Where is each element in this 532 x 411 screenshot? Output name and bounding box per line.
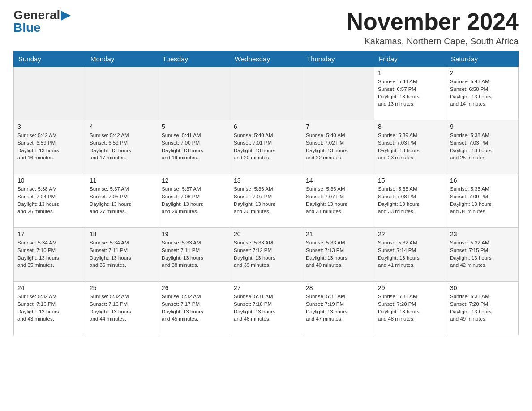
- header-thursday: Thursday: [302, 51, 374, 67]
- calendar-week-row: 10Sunrise: 5:38 AM Sunset: 7:04 PM Dayli…: [14, 174, 519, 228]
- day-info: Sunrise: 5:36 AM Sunset: 7:07 PM Dayligh…: [234, 185, 298, 215]
- calendar-cell: 6Sunrise: 5:40 AM Sunset: 7:01 PM Daylig…: [230, 120, 302, 174]
- day-number: 24: [17, 284, 82, 291]
- day-number: 3: [17, 123, 82, 130]
- day-number: 19: [162, 231, 226, 238]
- day-info: Sunrise: 5:35 AM Sunset: 7:08 PM Dayligh…: [378, 185, 442, 215]
- day-info: Sunrise: 5:32 AM Sunset: 7:17 PM Dayligh…: [162, 293, 226, 323]
- calendar-cell: 9Sunrise: 5:38 AM Sunset: 7:03 PM Daylig…: [446, 120, 519, 174]
- day-number: 20: [234, 231, 298, 238]
- logo-blue-text: Blue: [13, 21, 41, 34]
- svg-marker-0: [61, 11, 71, 21]
- calendar-cell: 28Sunrise: 5:31 AM Sunset: 7:19 PM Dayli…: [302, 282, 374, 335]
- calendar-cell: 4Sunrise: 5:42 AM Sunset: 6:59 PM Daylig…: [86, 120, 158, 174]
- header-friday: Friday: [374, 51, 446, 67]
- day-number: 5: [162, 123, 226, 130]
- day-number: 7: [306, 123, 370, 130]
- calendar-cell: 24Sunrise: 5:32 AM Sunset: 7:16 PM Dayli…: [14, 282, 86, 335]
- page-header: General Blue November 2024 Kakamas, Nort…: [13, 9, 519, 47]
- day-info: Sunrise: 5:42 AM Sunset: 6:59 PM Dayligh…: [17, 132, 82, 162]
- header-tuesday: Tuesday: [158, 51, 230, 67]
- day-number: 26: [162, 284, 226, 291]
- day-number: 21: [306, 231, 370, 238]
- day-info: Sunrise: 5:40 AM Sunset: 7:01 PM Dayligh…: [234, 132, 298, 162]
- calendar-cell: 11Sunrise: 5:37 AM Sunset: 7:05 PM Dayli…: [86, 174, 158, 228]
- calendar-cell: 15Sunrise: 5:35 AM Sunset: 7:08 PM Dayli…: [374, 174, 446, 228]
- calendar-week-row: 1Sunrise: 5:44 AM Sunset: 6:57 PM Daylig…: [14, 67, 519, 120]
- day-number: 14: [306, 177, 370, 184]
- day-number: 16: [450, 177, 515, 184]
- day-info: Sunrise: 5:40 AM Sunset: 7:02 PM Dayligh…: [306, 132, 370, 162]
- day-number: 12: [162, 177, 226, 184]
- calendar-cell: 23Sunrise: 5:32 AM Sunset: 7:15 PM Dayli…: [446, 228, 519, 282]
- day-info: Sunrise: 5:39 AM Sunset: 7:03 PM Dayligh…: [378, 132, 442, 162]
- day-info: Sunrise: 5:31 AM Sunset: 7:20 PM Dayligh…: [378, 293, 442, 323]
- day-info: Sunrise: 5:34 AM Sunset: 7:11 PM Dayligh…: [90, 239, 154, 269]
- day-info: Sunrise: 5:32 AM Sunset: 7:16 PM Dayligh…: [17, 293, 82, 323]
- calendar-cell: 5Sunrise: 5:41 AM Sunset: 7:00 PM Daylig…: [158, 120, 230, 174]
- calendar-week-row: 24Sunrise: 5:32 AM Sunset: 7:16 PM Dayli…: [14, 282, 519, 335]
- day-number: 25: [90, 284, 154, 291]
- day-number: 11: [90, 177, 154, 184]
- logo-general-text: General: [13, 9, 60, 21]
- day-number: 17: [17, 231, 82, 238]
- day-info: Sunrise: 5:42 AM Sunset: 6:59 PM Dayligh…: [90, 132, 154, 162]
- header-monday: Monday: [86, 51, 158, 67]
- calendar-cell: 20Sunrise: 5:33 AM Sunset: 7:12 PM Dayli…: [230, 228, 302, 282]
- calendar-cell: 26Sunrise: 5:32 AM Sunset: 7:17 PM Dayli…: [158, 282, 230, 335]
- day-number: 2: [450, 69, 515, 77]
- day-info: Sunrise: 5:35 AM Sunset: 7:09 PM Dayligh…: [450, 185, 515, 215]
- day-info: Sunrise: 5:33 AM Sunset: 7:13 PM Dayligh…: [306, 239, 370, 269]
- calendar-cell: [158, 67, 230, 120]
- calendar-cell: [86, 67, 158, 120]
- calendar-cell: 10Sunrise: 5:38 AM Sunset: 7:04 PM Dayli…: [14, 174, 86, 228]
- day-info: Sunrise: 5:34 AM Sunset: 7:10 PM Dayligh…: [17, 239, 82, 269]
- day-info: Sunrise: 5:33 AM Sunset: 7:12 PM Dayligh…: [234, 239, 298, 269]
- calendar-header-row: SundayMondayTuesdayWednesdayThursdayFrid…: [14, 51, 519, 67]
- day-number: 1: [378, 69, 442, 77]
- title-area: November 2024 Kakamas, Northern Cape, So…: [347, 9, 519, 47]
- day-number: 29: [378, 284, 442, 291]
- day-number: 4: [90, 123, 154, 130]
- calendar-cell: 14Sunrise: 5:36 AM Sunset: 7:07 PM Dayli…: [302, 174, 374, 228]
- header-sunday: Sunday: [14, 51, 86, 67]
- calendar-cell: 13Sunrise: 5:36 AM Sunset: 7:07 PM Dayli…: [230, 174, 302, 228]
- calendar-cell: [230, 67, 302, 120]
- calendar-cell: 27Sunrise: 5:31 AM Sunset: 7:18 PM Dayli…: [230, 282, 302, 335]
- calendar-table: SundayMondayTuesdayWednesdayThursdayFrid…: [13, 51, 519, 335]
- calendar-cell: 16Sunrise: 5:35 AM Sunset: 7:09 PM Dayli…: [446, 174, 519, 228]
- calendar-cell: 30Sunrise: 5:31 AM Sunset: 7:20 PM Dayli…: [446, 282, 519, 335]
- day-number: 6: [234, 123, 298, 130]
- calendar-cell: 18Sunrise: 5:34 AM Sunset: 7:11 PM Dayli…: [86, 228, 158, 282]
- calendar-cell: 12Sunrise: 5:37 AM Sunset: 7:06 PM Dayli…: [158, 174, 230, 228]
- day-number: 9: [450, 123, 515, 130]
- day-number: 13: [234, 177, 298, 184]
- day-info: Sunrise: 5:32 AM Sunset: 7:15 PM Dayligh…: [450, 239, 515, 269]
- day-info: Sunrise: 5:37 AM Sunset: 7:06 PM Dayligh…: [162, 185, 226, 215]
- day-info: Sunrise: 5:44 AM Sunset: 6:57 PM Dayligh…: [378, 78, 442, 108]
- day-number: 22: [378, 231, 442, 238]
- calendar-cell: 22Sunrise: 5:32 AM Sunset: 7:14 PM Dayli…: [374, 228, 446, 282]
- day-info: Sunrise: 5:43 AM Sunset: 6:58 PM Dayligh…: [450, 78, 515, 108]
- header-saturday: Saturday: [446, 51, 519, 67]
- calendar-cell: 19Sunrise: 5:33 AM Sunset: 7:11 PM Dayli…: [158, 228, 230, 282]
- day-number: 15: [378, 177, 442, 184]
- month-title: November 2024: [347, 9, 519, 34]
- day-info: Sunrise: 5:37 AM Sunset: 7:05 PM Dayligh…: [90, 185, 154, 215]
- day-info: Sunrise: 5:31 AM Sunset: 7:18 PM Dayligh…: [234, 293, 298, 323]
- calendar-cell: 7Sunrise: 5:40 AM Sunset: 7:02 PM Daylig…: [302, 120, 374, 174]
- day-info: Sunrise: 5:31 AM Sunset: 7:19 PM Dayligh…: [306, 293, 370, 323]
- calendar-cell: 1Sunrise: 5:44 AM Sunset: 6:57 PM Daylig…: [374, 67, 446, 120]
- calendar-cell: 29Sunrise: 5:31 AM Sunset: 7:20 PM Dayli…: [374, 282, 446, 335]
- day-info: Sunrise: 5:38 AM Sunset: 7:03 PM Dayligh…: [450, 132, 515, 162]
- day-number: 8: [378, 123, 442, 130]
- day-info: Sunrise: 5:32 AM Sunset: 7:16 PM Dayligh…: [90, 293, 154, 323]
- header-wednesday: Wednesday: [230, 51, 302, 67]
- calendar-week-row: 3Sunrise: 5:42 AM Sunset: 6:59 PM Daylig…: [14, 120, 519, 174]
- day-number: 30: [450, 284, 515, 291]
- logo: General Blue: [13, 9, 71, 34]
- calendar-cell: 25Sunrise: 5:32 AM Sunset: 7:16 PM Dayli…: [86, 282, 158, 335]
- logo-triangle-icon: [61, 11, 71, 21]
- calendar-week-row: 17Sunrise: 5:34 AM Sunset: 7:10 PM Dayli…: [14, 228, 519, 282]
- day-info: Sunrise: 5:31 AM Sunset: 7:20 PM Dayligh…: [450, 293, 515, 323]
